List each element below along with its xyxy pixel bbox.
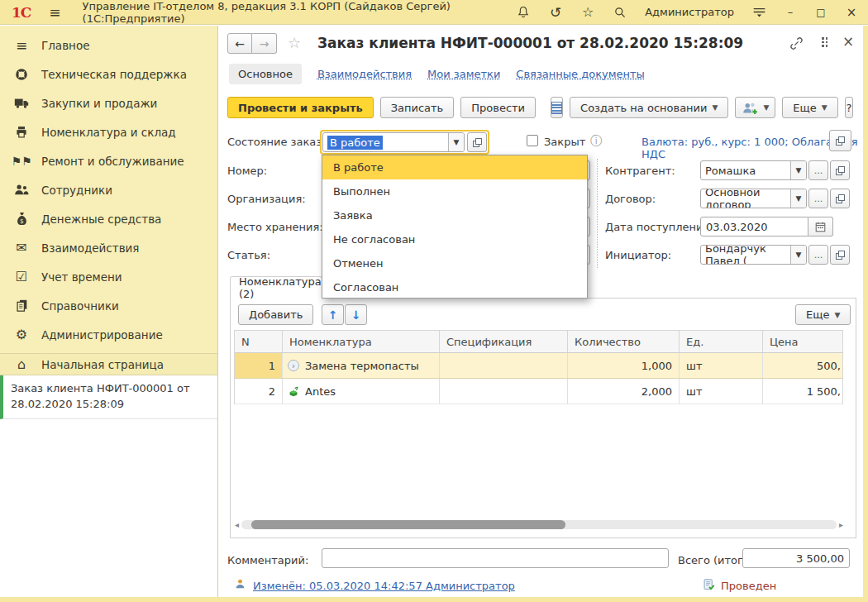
spec-cell[interactable] <box>440 379 568 404</box>
assign-users-button[interactable]: ▼ <box>735 97 775 118</box>
qty-cell[interactable]: 2,000 <box>568 379 680 404</box>
combo-dropdown-icon[interactable]: ▼ <box>790 246 806 264</box>
contractor-choose-button[interactable]: ... <box>808 160 828 180</box>
col-header-spec[interactable]: Спецификация <box>440 331 568 352</box>
scrollbar-track[interactable] <box>241 520 837 529</box>
scroll-left-icon[interactable]: ◂ <box>235 520 239 529</box>
post-and-close-button[interactable]: Провести и закрыть <box>227 97 374 118</box>
sidebar-item-stock[interactable]: Номенклатура и склад <box>0 117 217 146</box>
nomenclature-cell[interactable]: Antes <box>283 379 440 404</box>
order-state-open-button[interactable] <box>467 132 487 152</box>
move-up-button[interactable]: ↑ <box>322 304 344 325</box>
user-menu-icon[interactable] <box>751 5 766 20</box>
tab-notes[interactable]: Мои заметки <box>427 68 500 80</box>
initiator-choose-button[interactable]: ... <box>808 245 828 265</box>
nomenclature-cell[interactable]: › Замена термопасты <box>283 353 440 378</box>
dropdown-option[interactable]: Согласован <box>322 275 587 299</box>
sidebar-item-main[interactable]: ≡ Главное <box>0 31 217 60</box>
unit-cell[interactable]: шт <box>680 379 763 404</box>
notifications-bell-icon[interactable] <box>516 5 531 20</box>
order-state-combobox[interactable]: В работе ▼ <box>322 132 465 152</box>
move-down-button[interactable]: ↓ <box>345 304 367 325</box>
maximize-icon[interactable]: □ <box>814 7 827 18</box>
spec-cell[interactable] <box>440 353 568 378</box>
sidebar-item-repair[interactable]: ⚑⚑ Ремонт и обслуживание <box>0 146 217 175</box>
dropdown-option[interactable]: Выполнен <box>322 179 587 203</box>
history-icon[interactable]: ↺ <box>548 5 563 20</box>
horizontal-scrollbar[interactable]: ◂ ▸ <box>235 520 843 529</box>
col-header-qty[interactable]: Количество <box>568 331 680 352</box>
dropdown-option-selected[interactable]: В работе <box>322 155 587 179</box>
sidebar-item-money[interactable]: $ Денежные средства <box>0 204 217 233</box>
tab-interactions[interactable]: Взаимодействия <box>317 68 412 80</box>
info-icon[interactable]: ⓘ <box>590 134 602 149</box>
dropdown-option[interactable]: Отменен <box>322 251 587 275</box>
modified-link[interactable]: Изменён: 05.03.2020 14:42:57 Администрат… <box>253 580 515 592</box>
table-row-selected[interactable]: 1 › Замена термопасты 1,000 шт 500, <box>235 353 842 379</box>
col-header-price[interactable]: Цена <box>763 331 842 352</box>
combo-dropdown-icon[interactable]: ▼ <box>790 189 806 208</box>
currency-open-button[interactable] <box>829 130 851 151</box>
open-window-item[interactable]: Заказ клиента НФИТ-000001 от 28.02.2020 … <box>0 375 217 419</box>
contract-field[interactable]: Основной договор ▼ <box>700 189 807 208</box>
link-icon[interactable] <box>789 36 804 50</box>
sidebar-item-support[interactable]: Техническая поддержка <box>0 60 217 88</box>
more-button[interactable]: Еще▼ <box>782 97 837 118</box>
closed-checkbox[interactable] <box>527 135 538 146</box>
unit-cell[interactable]: шт <box>680 353 763 378</box>
help-button[interactable]: ? <box>845 97 853 118</box>
tab-main[interactable]: Основное <box>229 64 302 84</box>
main-menu-icon[interactable]: ≡ <box>49 4 60 21</box>
contractor-field[interactable]: Ромашка ▼ <box>700 160 807 180</box>
register-records-button[interactable] <box>551 97 563 118</box>
save-button[interactable]: Записать <box>380 97 455 118</box>
sidebar-item-time[interactable]: ☑ Учет времени <box>0 262 217 291</box>
table-row[interactable]: 2 Antes 2,000 шт 1 500, <box>235 379 842 404</box>
close-form-icon[interactable]: × <box>842 33 854 50</box>
tab-nomenclature[interactable]: Номенклатура (2) <box>230 276 322 299</box>
scroll-right-icon[interactable]: ▸ <box>839 520 843 529</box>
combo-dropdown-icon[interactable]: ▼ <box>448 133 464 151</box>
create-based-on-button[interactable]: Создать на основании▼ <box>570 97 728 118</box>
more-menu-icon[interactable] <box>822 37 827 47</box>
sidebar-item-interactions[interactable]: ✉ Взаимодействия <box>0 233 217 262</box>
add-row-button[interactable]: Добавить <box>238 304 313 325</box>
combo-dropdown-icon[interactable]: ▼ <box>790 161 806 179</box>
forward-button[interactable]: → <box>252 33 277 54</box>
price-cell[interactable]: 500, <box>763 353 842 378</box>
total-field[interactable]: 3 500,00 <box>742 548 850 568</box>
tab-linked-docs[interactable]: Связанные документы <box>516 68 644 80</box>
qty-cell[interactable]: 1,000 <box>568 353 680 378</box>
sidebar-item-purchases-sales[interactable]: Закупки и продажи <box>0 88 217 117</box>
dropdown-option[interactable]: Не согласован <box>322 227 587 251</box>
sidebar-item-employees[interactable]: Сотрудники <box>0 175 217 204</box>
initiator-field[interactable]: Бондарчук Павел ( ▼ <box>700 245 807 265</box>
col-header-n[interactable]: N <box>235 331 283 352</box>
dropdown-option[interactable]: Заявка <box>322 203 587 227</box>
minimize-icon[interactable]: – <box>784 6 797 18</box>
home-page-item[interactable]: ⌂ Начальная страница <box>0 353 217 375</box>
arrival-date-field[interactable]: 03.03.2020 <box>700 217 808 236</box>
col-header-nomenclature[interactable]: Номенклатура <box>283 331 440 352</box>
contractor-open-button[interactable] <box>830 160 850 180</box>
favorites-star-icon[interactable]: ☆ <box>580 5 595 20</box>
search-icon[interactable] <box>613 5 627 20</box>
favorite-star-icon[interactable]: ☆ <box>288 34 301 51</box>
contract-choose-button[interactable]: ... <box>808 189 828 208</box>
sidebar-item-administration[interactable]: ⚙ Администрирование <box>0 320 217 349</box>
calendar-button[interactable] <box>808 217 833 236</box>
table-more-button[interactable]: Еще▼ <box>795 304 851 325</box>
scrollbar-thumb[interactable] <box>251 520 565 529</box>
current-user[interactable]: Администратор <box>645 6 734 18</box>
col-header-unit[interactable]: Ед. <box>680 331 763 352</box>
comment-field[interactable] <box>322 548 669 568</box>
post-button[interactable]: Провести <box>460 97 536 118</box>
back-button[interactable]: ← <box>227 33 252 54</box>
initiator-open-button[interactable] <box>830 245 850 265</box>
price-cell[interactable]: 1 500, <box>763 379 842 404</box>
close-window-icon[interactable]: × <box>845 5 858 20</box>
contract-open-button[interactable] <box>830 189 850 208</box>
row-number-cell[interactable]: 2 <box>235 379 283 404</box>
sidebar-item-catalogs[interactable]: Справочники <box>0 291 217 320</box>
row-number-cell[interactable]: 1 <box>235 353 283 378</box>
